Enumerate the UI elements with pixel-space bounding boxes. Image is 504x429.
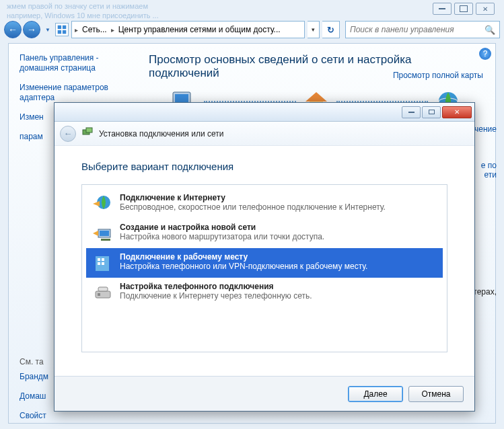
connection-options-list: Подключение к Интернету Беспроводное, ск… — [81, 184, 447, 352]
svg-rect-28 — [98, 293, 100, 296]
svg-rect-0 — [58, 26, 61, 29]
nav-history-dropdown[interactable]: ▼ — [43, 21, 52, 38]
wizard-titlebar: ✕ — [55, 103, 474, 122]
search-input[interactable] — [350, 25, 484, 34]
view-full-map-link[interactable]: Просмотр полной карты — [393, 71, 483, 80]
option-title: Подключение к Интернету — [120, 193, 386, 202]
wizard-body: Выберите вариант подключения Подключение… — [55, 146, 474, 376]
sidebar-link-internet-options[interactable]: Свойст — [20, 411, 126, 421]
breadcrumb-seg-network[interactable]: Сеть... — [79, 25, 110, 34]
phone-modem-icon — [92, 282, 113, 303]
wizard-close-button[interactable]: ✕ — [442, 106, 472, 118]
chevron-right-icon: ▸ — [111, 26, 114, 34]
svg-rect-1 — [63, 26, 66, 29]
svg-rect-27 — [98, 287, 108, 291]
svg-rect-22 — [98, 258, 100, 261]
obscured-link: е по — [473, 161, 497, 170]
option-title: Создание и настройка новой сети — [120, 223, 324, 232]
chevron-right-icon: ▸ — [75, 26, 78, 34]
wizard-header: ← Установка подключения или сети — [55, 122, 474, 146]
svg-rect-18 — [100, 231, 109, 236]
svg-rect-14 — [86, 128, 92, 132]
wizard-heading: Выберите вариант подключения — [81, 161, 447, 172]
wizard-minimize-button[interactable] — [402, 106, 421, 118]
building-icon — [92, 252, 113, 274]
obscured-link: чение — [473, 124, 497, 134]
svg-marker-8 — [305, 92, 327, 102]
svg-rect-3 — [63, 30, 66, 34]
option-desc: Беспроводное, скоростное или телефонное … — [120, 202, 386, 212]
sidebar-link-adapter[interactable]: Изменение параметров адаптера — [20, 83, 126, 103]
breadcrumb-dropdown[interactable]: ▾ — [308, 21, 320, 38]
next-button[interactable]: Далее — [348, 386, 403, 402]
svg-marker-16 — [93, 201, 100, 206]
svg-marker-19 — [93, 231, 98, 236]
search-box[interactable]: 🔍 — [345, 21, 500, 38]
option-desc: Подключение к Интернету через телефонную… — [120, 291, 312, 301]
globe-arrow-icon — [92, 193, 113, 214]
nav-forward-button[interactable]: → — [23, 21, 40, 38]
cancel-button[interactable]: Отмена — [408, 386, 464, 402]
close-button[interactable] — [476, 3, 495, 15]
svg-rect-2 — [58, 30, 61, 34]
search-icon[interactable]: 🔍 — [484, 25, 495, 35]
wizard-title: Установка подключения или сети — [99, 129, 223, 139]
svg-rect-25 — [102, 262, 104, 265]
address-bar-icon[interactable] — [55, 23, 69, 36]
option-connect-internet[interactable]: Подключение к Интернету Беспроводное, ск… — [86, 189, 443, 219]
setup-connection-wizard: ✕ ← Установка подключения или сети Выбер… — [54, 102, 475, 412]
nav-back-button[interactable]: ← — [4, 21, 22, 38]
option-desc: Настройка телефонного или VPN-подключени… — [120, 262, 367, 271]
svg-rect-5 — [175, 94, 188, 102]
svg-rect-23 — [102, 258, 104, 261]
breadcrumb-seg-netcenter[interactable]: Центр управления сетями и общим досту... — [116, 25, 283, 34]
option-dialup[interactable]: Настройка телефонного подключения Подклю… — [86, 278, 443, 307]
wizard-maximize-button[interactable] — [422, 106, 441, 118]
maximize-button[interactable] — [454, 3, 473, 15]
sidebar-link-home[interactable]: Панель управления - домашняя страница — [20, 53, 126, 73]
router-arrow-icon — [92, 223, 113, 244]
background-obscured-text: жмем правой по значку сети и нажимаем на… — [7, 1, 497, 20]
wizard-back-button[interactable]: ← — [60, 126, 76, 142]
option-title: Настройка телефонного подключения — [120, 282, 312, 291]
refresh-button[interactable]: ↻ — [322, 21, 340, 38]
obscured-link: ети — [473, 170, 497, 180]
address-breadcrumb[interactable]: ▸ Сеть... ▸ Центр управления сетями и об… — [71, 21, 305, 38]
option-title: Подключение к рабочему месту — [120, 252, 367, 262]
network-wizard-icon — [81, 126, 94, 141]
option-desc: Настройка нового маршрутизатора или точк… — [120, 232, 324, 241]
wizard-footer: Далее Отмена — [55, 376, 474, 411]
explorer-window-controls — [433, 3, 495, 15]
option-new-network[interactable]: Создание и настройка новой сети Настройк… — [86, 219, 443, 248]
minimize-button[interactable] — [433, 3, 452, 15]
svg-rect-24 — [98, 262, 100, 265]
obscured-text: терах, — [473, 287, 497, 297]
svg-rect-20 — [101, 239, 110, 241]
option-connect-workplace[interactable]: Подключение к рабочему месту Настройка т… — [86, 248, 443, 278]
explorer-nav-bar: ← → ▼ ▸ Сеть... ▸ Центр управления сетям… — [4, 19, 500, 40]
